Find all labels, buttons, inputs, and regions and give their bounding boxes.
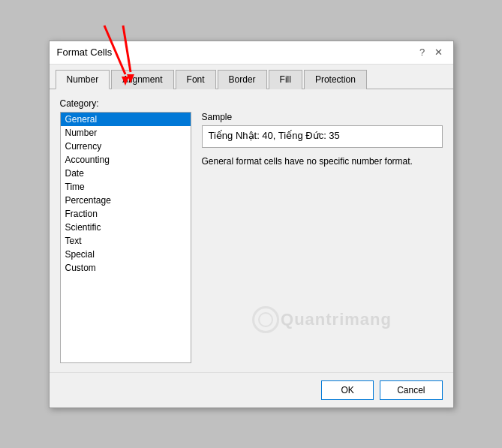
category-item-text[interactable]: Text xyxy=(61,234,191,248)
title-bar: Format Cells ? ✕ xyxy=(50,41,453,65)
category-item-date[interactable]: Date xyxy=(61,167,191,180)
cancel-button[interactable]: Cancel xyxy=(380,380,442,400)
title-bar-controls: ? ✕ xyxy=(416,46,446,59)
format-cells-dialog: Format Cells ? ✕ Number Alignment Font B… xyxy=(49,41,454,408)
category-item-special[interactable]: Special xyxy=(61,248,191,261)
category-item-accounting[interactable]: Accounting xyxy=(61,153,191,167)
tab-protection[interactable]: Protection xyxy=(304,70,367,89)
svg-marker-1 xyxy=(122,77,129,86)
tab-font[interactable]: Font xyxy=(176,70,216,89)
category-item-custom[interactable]: Custom xyxy=(61,261,191,275)
format-description: General format cells have no specific nu… xyxy=(202,155,443,168)
ok-button[interactable]: OK xyxy=(321,380,374,400)
category-item-currency[interactable]: Currency xyxy=(61,140,191,153)
category-item-number[interactable]: Number xyxy=(61,126,191,140)
category-item-scientific[interactable]: Scientific xyxy=(61,221,191,234)
category-item-time[interactable]: Time xyxy=(61,180,191,194)
category-item-fraction[interactable]: Fraction xyxy=(61,207,191,221)
tab-number[interactable]: Number xyxy=(56,70,110,89)
tabs-row: Number Alignment Font Border Fill Protec… xyxy=(50,65,453,89)
sample-label: Sample xyxy=(202,112,443,122)
dialog-title: Format Cells xyxy=(57,47,113,58)
svg-marker-3 xyxy=(127,74,134,83)
category-label: Category: xyxy=(60,98,443,109)
help-button[interactable]: ? xyxy=(416,46,429,59)
watermark-circle xyxy=(252,306,279,333)
category-item-general[interactable]: General xyxy=(61,113,191,126)
right-panel: Sample Tiếng Nhật: 40, Tiếng Đức: 35 Gen… xyxy=(202,112,443,363)
category-list: General Number Currency Accounting Date … xyxy=(60,112,191,363)
sample-box: Tiếng Nhật: 40, Tiếng Đức: 35 xyxy=(202,125,443,148)
tab-alignment[interactable]: Alignment xyxy=(111,70,173,89)
category-item-percentage[interactable]: Percentage xyxy=(61,194,191,207)
watermark-text: Quantrimang xyxy=(281,310,392,329)
button-row: OK Cancel xyxy=(50,372,453,407)
tab-border[interactable]: Border xyxy=(218,70,267,89)
sample-value: Tiếng Nhật: 40, Tiếng Đức: 35 xyxy=(209,130,340,141)
content-area: General Number Currency Accounting Date … xyxy=(60,112,443,363)
close-button[interactable]: ✕ xyxy=(432,46,446,59)
watermark: Quantrimang xyxy=(252,306,392,333)
tab-fill[interactable]: Fill xyxy=(269,70,302,89)
dialog-body: Category: General Number Currency Accoun… xyxy=(50,89,453,372)
left-panel: General Number Currency Accounting Date … xyxy=(60,112,191,363)
watermark-inner-circle xyxy=(258,312,273,327)
